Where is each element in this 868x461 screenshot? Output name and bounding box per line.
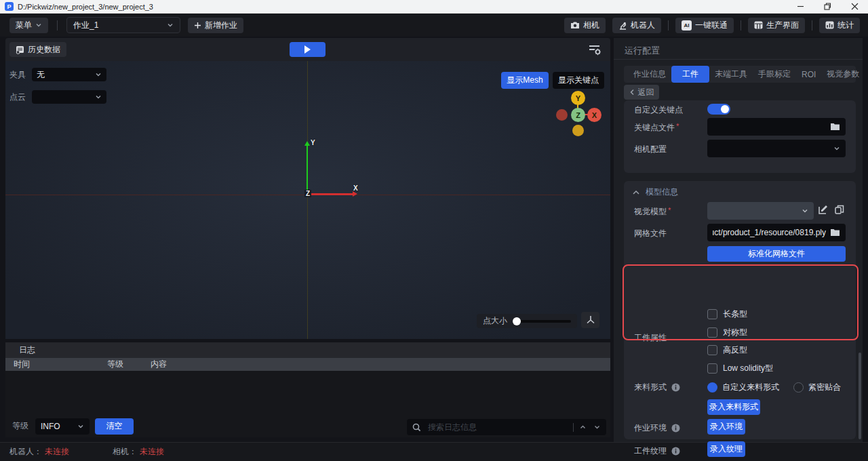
log-col-time: 时间 <box>14 359 30 370</box>
history-data-button[interactable]: 历史数据 <box>9 42 66 57</box>
incoming-radio-group: 自定义来料形式 紧密贴合 <box>707 382 841 393</box>
window-controls <box>787 0 868 13</box>
incoming-label: 来料形式 <box>634 382 667 393</box>
log-col-content: 内容 <box>151 359 167 370</box>
camera-config-select[interactable] <box>707 140 846 157</box>
custom-keypoint-toggle[interactable] <box>707 104 730 115</box>
tab-workpiece[interactable]: 工件 <box>671 66 709 83</box>
production-view-button[interactable]: 生产界面 <box>748 18 805 33</box>
normalize-mesh-button[interactable]: 标准化网格文件 <box>707 246 846 262</box>
radio-tight-fit[interactable] <box>793 382 804 393</box>
one-key-connect-button[interactable]: AI 一键联通 <box>675 18 734 33</box>
divider <box>741 20 741 31</box>
model-info-label: 模型信息 <box>646 186 678 198</box>
checkbox-low-solidity[interactable] <box>707 363 717 374</box>
job-select[interactable]: 作业_1 <box>66 17 180 33</box>
panel-scrollbar[interactable] <box>859 353 861 439</box>
record-incoming-button[interactable]: 录入来料形式 <box>707 399 760 415</box>
window-title: D:/Pickwiz/new_project_3/new_project_3 <box>18 3 153 11</box>
point-size-handle[interactable] <box>513 317 521 325</box>
tab-hand-eye-calibration[interactable]: 手眼标定 <box>753 66 796 82</box>
tab-vision-params[interactable]: 视觉参数 <box>821 66 865 82</box>
point-size-track[interactable] <box>513 320 571 323</box>
radio-custom-incoming[interactable] <box>707 382 717 393</box>
panel-tabs: 作业信息 工件 末端工具 手眼标定 ROI 视觉参数 <box>624 66 856 83</box>
attr-option-row[interactable]: 对称型 <box>707 327 747 338</box>
gizmo-y-handle[interactable]: Y <box>571 91 585 105</box>
pointcloud-select[interactable] <box>32 90 106 104</box>
gizmo-x-handle[interactable]: X <box>587 108 601 122</box>
vision-model-select[interactable] <box>707 202 814 220</box>
camera-config-label: 相机配置 <box>634 144 667 155</box>
point-size-slider[interactable]: 点大小 <box>477 314 577 328</box>
gizmo-z-handle[interactable]: Z <box>571 108 585 122</box>
viewport-3d[interactable]: Y X Z 夹具 无 点云 显示Mesh 显示关键点 Y X Z 点大小 <box>5 61 610 339</box>
gizmo-negx-handle[interactable] <box>556 109 568 121</box>
keypoint-file-label: 关键点文件 <box>634 122 679 134</box>
log-column-headers: 时间 等级 内容 <box>5 358 610 371</box>
record-environment-button[interactable]: 录入环境 <box>707 419 745 435</box>
checkbox-high-reflective[interactable] <box>707 345 717 355</box>
keypoint-file-input[interactable] <box>707 118 846 136</box>
robot-button[interactable]: 机器人 <box>612 18 661 33</box>
show-mesh-button[interactable]: 显示Mesh <box>501 72 549 89</box>
mesh-file-value: oduct/product_1/resource/0819.ply <box>713 228 826 237</box>
workpiece-attr-label: 工件属性 <box>634 332 667 344</box>
app-logo-icon: P <box>5 2 14 11</box>
run-button[interactable] <box>290 42 326 57</box>
menu-button[interactable]: 菜单 <box>9 18 48 33</box>
log-level-select[interactable]: INFO <box>35 418 90 435</box>
attr-option-row[interactable]: 高反型 <box>707 344 747 356</box>
statistics-button[interactable]: 统计 <box>819 18 860 33</box>
axis-x-label: X <box>353 184 358 192</box>
clear-log-button[interactable]: 清空 <box>95 418 134 435</box>
chevron-down-icon <box>95 71 102 78</box>
log-body[interactable]: 等级 INFO 清空 <box>5 371 610 437</box>
folder-icon[interactable] <box>830 123 840 131</box>
log-level-filter-label: 等级 <box>12 420 28 432</box>
edit-model-button[interactable] <box>818 204 829 215</box>
folder-icon[interactable] <box>830 228 840 237</box>
show-keypoints-button[interactable]: 显示关键点 <box>553 72 604 89</box>
tab-roi[interactable]: ROI <box>796 68 821 81</box>
restore-button[interactable] <box>814 0 841 13</box>
record-texture-button[interactable]: 录入纹理 <box>707 441 745 457</box>
custom-keypoint-label: 自定义关键点 <box>634 104 683 116</box>
model-info-header[interactable]: 模型信息 <box>633 186 678 198</box>
mesh-file-input[interactable]: oduct/product_1/resource/0819.ply <box>707 224 846 241</box>
back-button[interactable]: 返回 <box>624 85 659 100</box>
checkbox-long-strip[interactable] <box>707 309 717 319</box>
fixture-label: 夹具 <box>9 69 26 81</box>
run-settings-button[interactable] <box>587 43 602 56</box>
log-header: 日志 <box>5 342 610 358</box>
attr-option-row[interactable]: 长条型 <box>707 308 747 320</box>
fixture-select[interactable]: 无 <box>32 68 106 81</box>
chevron-down-icon <box>802 207 808 214</box>
chevron-left-icon <box>629 89 635 96</box>
log-search-input[interactable] <box>427 422 568 433</box>
tab-job-info[interactable]: 作业信息 <box>628 66 671 82</box>
model-info-card: 模型信息 视觉模型 网格文件 oduct/product_1/resource/… <box>624 181 856 439</box>
chevron-down-icon <box>833 145 840 152</box>
gizmo-negy-handle[interactable] <box>572 125 584 136</box>
log-search[interactable] <box>407 419 606 435</box>
bar-chart-icon <box>825 21 834 29</box>
axis-y-line <box>307 146 308 195</box>
add-job-button[interactable]: 新增作业 <box>188 18 243 33</box>
list-gear-icon <box>587 43 602 56</box>
search-next-icon[interactable] <box>593 424 601 430</box>
tab-end-tool[interactable]: 末端工具 <box>709 66 753 82</box>
copy-model-button[interactable] <box>834 204 845 215</box>
close-button[interactable] <box>841 0 868 13</box>
info-icon <box>671 424 680 433</box>
minimize-button[interactable] <box>787 0 814 13</box>
panel-title: 运行配置 <box>614 42 863 60</box>
mesh-file-label: 网格文件 <box>634 228 667 239</box>
attr-option-row[interactable]: Low solidity型 <box>707 363 773 374</box>
viewport-toolbar: 历史数据 <box>5 38 610 61</box>
search-prev-icon[interactable] <box>579 424 587 430</box>
robot-icon <box>618 21 627 30</box>
reset-view-button[interactable] <box>581 312 599 328</box>
camera-button[interactable]: 相机 <box>564 18 606 33</box>
checkbox-symmetric[interactable] <box>707 327 717 338</box>
